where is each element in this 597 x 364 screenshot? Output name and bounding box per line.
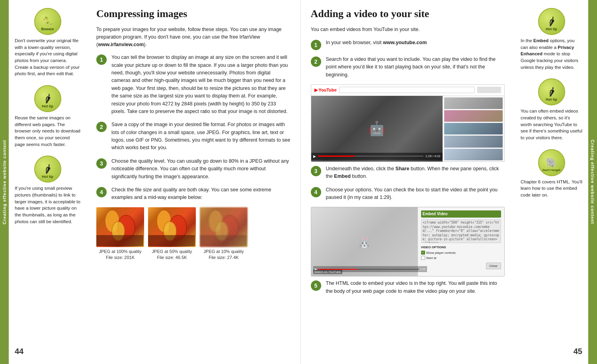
hot-tip-label-2: Hot tip: [42, 175, 53, 179]
image-100-caption: JPEG at 100% qualityFile size: 201K: [99, 249, 141, 261]
svg-rect-11: [200, 235, 247, 246]
hot-tip-text-2: If you're using small preview pictures (…: [15, 185, 80, 225]
article-video: Adding a video to your site You can embe…: [301, 0, 515, 364]
video-step-content-5: The HTML code to embed your video is in …: [326, 280, 505, 295]
yt-search-bar: [339, 87, 475, 93]
snake-icon: 🐍: [42, 16, 53, 27]
tip-hot-1: 🌶 Hot tip Reuse the same images on diffe…: [15, 85, 80, 148]
left-vertical-tab: Creating effective website content: [0, 0, 9, 364]
article-title-right: Adding a video to your site: [311, 8, 505, 20]
dont-forget-label: Don't forget: [542, 169, 560, 172]
page-number-44: 44: [15, 347, 80, 356]
right-chili-icon-2: 🌶: [545, 86, 558, 99]
right-vertical-tab: Creating effective website content: [588, 0, 597, 364]
beware-tip-text: Don't overwrite your original file with …: [15, 37, 80, 77]
step-3: 3 Choose the quality level. You can usua…: [96, 158, 291, 181]
embed-video-left: 🐰 ▶ 1:29 Watch on YouTube: [311, 207, 418, 276]
image-10: JPEG at 10% qualityFile size: 27.4K: [200, 207, 248, 261]
right-tip-text-1: In the Embed options, you can also enabl…: [521, 37, 582, 70]
hot-tip-badge-1: 🌶 Hot tip: [34, 85, 61, 112]
robot-icon: 🤖: [368, 121, 386, 137]
image-10-caption: JPEG at 10% qualityFile size: 27.4K: [204, 249, 244, 261]
video-step-content-2: Search for a video that you want to incl…: [326, 56, 505, 79]
yt-logo: ▶ YouTube: [314, 88, 337, 93]
yt-sidebar: [443, 96, 504, 162]
video-step-2: 2 Search for a video that you want to in…: [311, 56, 505, 79]
yt-main-video: 🤖 ▶ 1:29 / 4:02: [311, 96, 443, 162]
page-number-45: 45: [521, 347, 582, 356]
beware-badge: 🐍 Beware: [34, 8, 61, 35]
youtube-screenshot: ▶ YouTube 🤖 ▶ 1:29 / 4:02: [311, 84, 505, 162]
step-4: 4 Check the file size and quality are bo…: [96, 186, 291, 202]
image-comparison-row: JPEG at 100% qualityFile size: 201K JPEG…: [96, 207, 291, 261]
embed-dialog-title: Embed Video: [421, 210, 501, 218]
video-step-number-1: 1: [311, 40, 321, 50]
video-step-1: 1 In your web browser, visit www.youtube…: [311, 39, 505, 50]
article-title-left: Compressing images: [96, 8, 291, 20]
embed-screenshot: 🐰 ▶ 1:29 Watch on YouTube Embed Video <i…: [311, 207, 505, 276]
right-hot-badge-1: 🌶 Hot tip: [538, 8, 565, 35]
right-chili-icon-1: 🌶: [545, 15, 558, 28]
step-content-2: Save a copy of the image in your desired…: [111, 121, 291, 152]
image-50-caption: JPEG at 50% qualityFile size: 46.5K: [152, 249, 192, 261]
video-step-4: 4 Choose your options. You can check the…: [311, 186, 505, 202]
image-100-placeholder: [96, 207, 144, 247]
chili-icon-2: 🌶: [41, 163, 54, 176]
article-intro-left: To prepare your images for your website,…: [96, 26, 291, 48]
video-step-content-4: Choose your options. You can check the b…: [326, 186, 505, 202]
yt-body: 🤖 ▶ 1:29 / 4:02: [311, 96, 505, 162]
right-tip-hot-2: 🌶 Hot tip You can often embed videos cre…: [521, 78, 582, 141]
step-number-2: 2: [96, 122, 107, 132]
article-compressing: Compressing images To prepare your image…: [86, 0, 301, 364]
right-sidebar: 🌶 Hot tip In the Embed options, you can …: [515, 0, 588, 364]
yt-header: ▶ YouTube: [311, 85, 505, 96]
step-content-4: Check the file size and quality are both…: [111, 186, 291, 202]
hot-tip-badge-2: 🌶 Hot tip: [34, 156, 61, 183]
step-1: 1 You can tell the browser to display an…: [96, 54, 291, 115]
article-intro-right: You can embed videos from YouTube in you…: [311, 26, 505, 33]
tip-beware: 🐍 Beware Don't overwrite your original f…: [15, 8, 80, 77]
bunny-icon: 🐰: [357, 235, 372, 249]
tip-hot-2: 🌶 Hot tip If you're using small preview …: [15, 156, 80, 225]
hot-tip-text-1: Reuse the same images on different web p…: [15, 115, 80, 148]
video-step-3: 3 Underneath the video, click the Share …: [311, 165, 505, 181]
right-tip-text-2: You can often embed videos created by ot…: [521, 108, 582, 141]
step-content-1: You can tell the browser to display an i…: [111, 54, 291, 115]
right-hot-label-2: Hot tip: [546, 98, 557, 101]
image-10-placeholder: [200, 207, 248, 247]
step-number-1: 1: [96, 55, 107, 65]
right-hot-label-1: Hot tip: [546, 27, 557, 31]
image-50-placeholder: [148, 207, 196, 247]
svg-rect-3: [96, 235, 143, 246]
right-tip-hot-1: 🌶 Hot tip In the Embed options, you can …: [521, 8, 582, 70]
video-step-content-3: Underneath the video, click the Share bu…: [326, 165, 505, 181]
image-100: JPEG at 100% qualityFile size: 201K: [96, 207, 144, 261]
right-tip-dont-forget: 🐘 Don't forget Chapter 6 covers HTML. Yo…: [521, 149, 582, 199]
left-sidebar: 🐍 Beware Don't overwrite your original f…: [9, 0, 86, 364]
dont-forget-badge: 🐘 Don't forget: [538, 149, 565, 176]
video-step-number-5: 5: [311, 280, 321, 291]
step-number-3: 3: [96, 158, 107, 169]
video-step-5: 5 The HTML code to embed your video is i…: [311, 280, 505, 295]
dont-forget-text: Chapter 6 covers HTML. You'll learn how …: [521, 179, 582, 199]
step-number-4: 4: [96, 187, 107, 197]
right-hot-badge-2: 🌶 Hot tip: [538, 78, 565, 105]
elephant-icon: 🐘: [546, 157, 558, 168]
embed-dialog: Embed Video <iframe width="560" height="…: [418, 207, 504, 276]
beware-label: Beware: [41, 27, 54, 31]
video-step-content-1: In your web browser, visit www.youtube.c…: [326, 39, 505, 47]
hot-tip-label-1: Hot tip: [42, 105, 53, 108]
step-2: 2 Save a copy of the image in your desir…: [96, 121, 291, 152]
video-step-number-4: 4: [311, 187, 321, 197]
chili-icon-1: 🌶: [41, 92, 54, 105]
step-content-3: Choose the quality level. You can usuall…: [111, 158, 291, 181]
svg-rect-7: [148, 235, 195, 246]
image-50: JPEG at 50% qualityFile size: 46.5K: [148, 207, 196, 261]
video-step-number-3: 3: [311, 166, 321, 176]
video-step-number-2: 2: [311, 56, 321, 67]
